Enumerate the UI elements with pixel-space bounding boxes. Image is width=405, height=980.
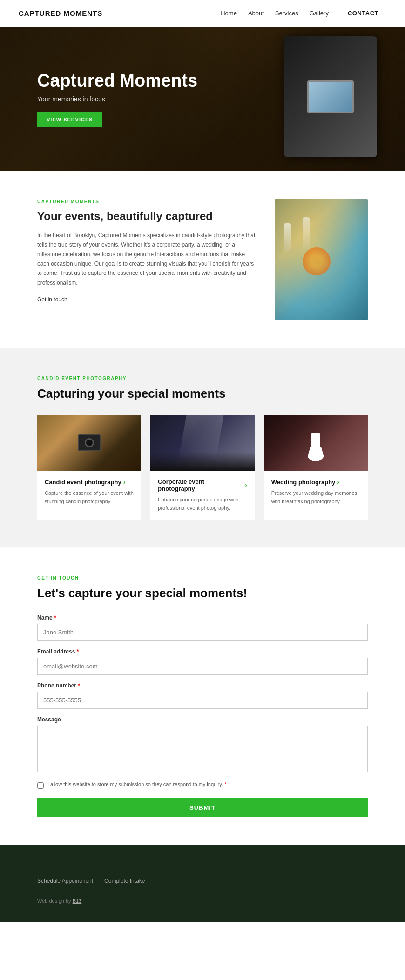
hero-title: Captured Moments xyxy=(37,71,197,91)
service-desc-corporate: Enhance your corporate image with profes… xyxy=(158,496,247,512)
service-body-candid: Candid event photography › Capture the e… xyxy=(37,471,141,513)
services-section: CANDID EVENT PHOTOGRAPHY Capturing your … xyxy=(0,348,405,547)
services-title: Capturing your special moments xyxy=(37,387,368,401)
form-email-group: Email address * xyxy=(37,648,368,675)
form-name-label-text: Name xyxy=(37,614,53,621)
form-consent-checkbox[interactable] xyxy=(37,782,44,789)
form-phone-required: * xyxy=(78,682,80,689)
brand-logo: CAPTURED MOMENTS xyxy=(19,9,102,17)
service-name-text-candid: Candid event photography xyxy=(45,479,122,486)
form-consent-label: I allow this website to store my submiss… xyxy=(47,781,226,787)
footer-link-intake[interactable]: Complete Intake xyxy=(104,878,145,884)
camera-icon xyxy=(78,434,101,451)
form-message-textarea[interactable] xyxy=(37,726,368,772)
form-phone-label: Phone number * xyxy=(37,682,368,689)
about-get-in-touch-link[interactable]: Get in touch xyxy=(37,296,68,303)
hero-camera-image xyxy=(284,36,377,157)
floral-decoration xyxy=(303,247,331,275)
hero-cta-button[interactable]: VIEW SERVICES xyxy=(37,112,102,127)
nav-links: Home About Services Gallery CONTACT xyxy=(221,7,386,20)
form-name-input[interactable] xyxy=(37,624,368,641)
crowd-hint xyxy=(150,452,254,471)
about-left: CAPTURED MOMENTS Your events, beautifull… xyxy=(37,199,256,303)
contact-section: GET IN TOUCH Let's capture your special … xyxy=(0,547,405,845)
service-desc-candid: Capture the essence of your event with s… xyxy=(45,489,134,506)
about-right xyxy=(275,199,368,320)
service-body-corporate: Corporate event photography › Enhance yo… xyxy=(150,471,254,520)
footer-credit: Web design by B13 xyxy=(37,898,368,904)
camera-lens xyxy=(85,438,94,447)
dancer-dress xyxy=(306,447,325,461)
service-name-corporate[interactable]: Corporate event photography › xyxy=(158,478,247,492)
service-arrow-candid: › xyxy=(123,478,126,486)
nav-home[interactable]: Home xyxy=(221,10,237,17)
hero-subtitle: Your memories in focus xyxy=(37,95,197,103)
service-name-candid[interactable]: Candid event photography › xyxy=(45,478,134,486)
dancer-body xyxy=(311,433,320,447)
footer-credit-text: Web design by xyxy=(37,898,71,904)
form-message-group: Message xyxy=(37,716,368,774)
service-card-candid: Candid event photography › Capture the e… xyxy=(37,415,141,520)
service-name-wedding[interactable]: Wedding photography › xyxy=(271,478,360,486)
hero-section: Captured Moments Your memories in focus … xyxy=(0,27,405,171)
camera-screen xyxy=(307,80,354,113)
about-label: CAPTURED MOMENTS xyxy=(37,199,256,204)
service-card-corporate: Corporate event photography › Enhance yo… xyxy=(150,415,254,520)
nav-services[interactable]: Services xyxy=(275,10,298,17)
service-body-wedding: Wedding photography › Preserve your wedd… xyxy=(264,471,368,513)
footer-link-schedule[interactable]: Schedule Appointment xyxy=(37,878,93,884)
about-section: CAPTURED MOMENTS Your events, beautifull… xyxy=(0,171,405,348)
service-arrow-corporate: › xyxy=(245,481,247,489)
form-email-label-text: Email address xyxy=(37,648,75,655)
form-checkbox-row: I allow this website to store my submiss… xyxy=(37,781,368,789)
glass-decoration-2 xyxy=(303,217,310,250)
services-grid: Candid event photography › Capture the e… xyxy=(37,415,368,520)
footer-credit-link[interactable]: B13 xyxy=(73,898,82,904)
service-desc-wedding: Preserve your wedding day memories with … xyxy=(271,489,360,506)
form-consent-required: * xyxy=(224,781,226,787)
navbar: CAPTURED MOMENTS Home About Services Gal… xyxy=(0,0,405,27)
hero-content: Captured Moments Your memories in focus … xyxy=(0,71,197,127)
form-email-required: * xyxy=(77,648,79,655)
service-image-corporate xyxy=(150,415,254,471)
service-image-wedding xyxy=(264,415,368,471)
contact-label: GET IN TOUCH xyxy=(37,575,368,580)
form-phone-input[interactable] xyxy=(37,692,368,709)
footer: Schedule Appointment Complete Intake Web… xyxy=(0,845,405,922)
form-name-required: * xyxy=(54,614,56,621)
form-name-group: Name * xyxy=(37,614,368,641)
nav-about[interactable]: About xyxy=(248,10,264,17)
contact-title: Let's capture your special moments! xyxy=(37,586,368,600)
service-card-wedding: Wedding photography › Preserve your wedd… xyxy=(264,415,368,520)
about-body: In the heart of Brooklyn, Captured Momen… xyxy=(37,231,256,287)
service-name-text-wedding: Wedding photography xyxy=(271,479,336,486)
service-name-text-corporate: Corporate event photography xyxy=(158,478,243,492)
form-email-label: Email address * xyxy=(37,648,368,655)
form-message-label: Message xyxy=(37,716,368,723)
form-phone-label-text: Phone number xyxy=(37,682,76,689)
glass-decoration-1 xyxy=(284,223,291,251)
about-image xyxy=(275,199,368,320)
service-image-candid xyxy=(37,415,141,471)
form-submit-button[interactable]: SUBMIT xyxy=(37,798,368,817)
nav-contact-button[interactable]: CONTACT xyxy=(340,7,386,20)
form-phone-group: Phone number * xyxy=(37,682,368,709)
form-email-input[interactable] xyxy=(37,658,368,675)
footer-links: Schedule Appointment Complete Intake xyxy=(37,878,368,884)
nav-gallery[interactable]: Gallery xyxy=(310,10,329,17)
form-consent-label-text: I allow this website to store my submiss… xyxy=(47,781,223,787)
service-arrow-wedding: › xyxy=(337,478,339,486)
services-label: CANDID EVENT PHOTOGRAPHY xyxy=(37,376,368,381)
dancer-figure xyxy=(306,433,325,466)
about-title: Your events, beautifully captured xyxy=(37,210,256,223)
footer-spacer xyxy=(37,864,368,878)
form-name-label: Name * xyxy=(37,614,368,621)
